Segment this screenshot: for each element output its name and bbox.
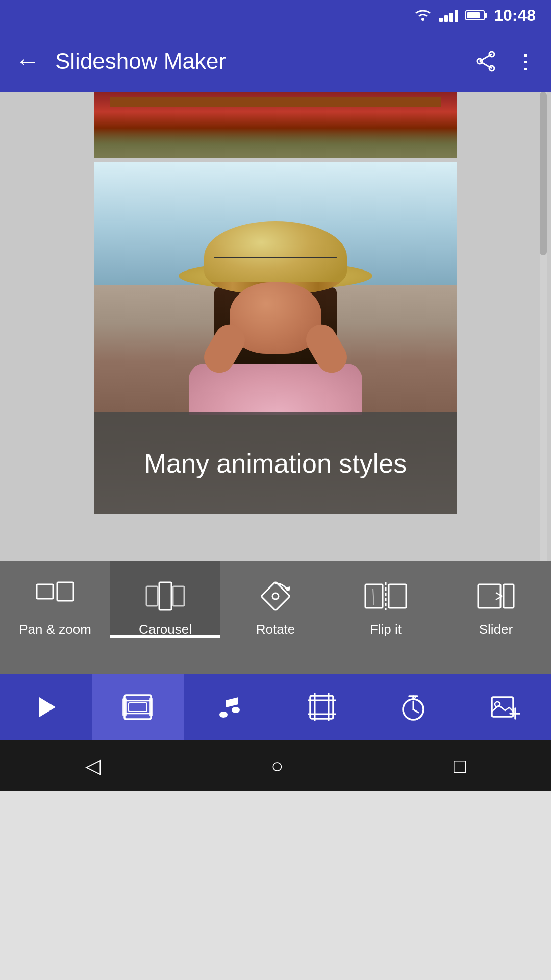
svg-rect-12 [261, 582, 290, 611]
svg-rect-8 [57, 582, 73, 601]
svg-line-5 [480, 54, 492, 61]
svg-point-30 [219, 712, 228, 718]
svg-line-18 [373, 589, 374, 605]
svg-rect-29 [129, 703, 147, 712]
wifi-icon [414, 9, 432, 22]
app-bar: ← Slideshow Maker ⋮ [0, 31, 551, 92]
svg-marker-23 [39, 697, 56, 717]
anim-carousel[interactable]: Carousel [110, 561, 220, 638]
nav-recents-button[interactable]: □ [454, 754, 466, 777]
animation-toolbar: Pan & zoom Carousel Rotate [0, 561, 551, 674]
svg-line-6 [480, 61, 492, 68]
anim-pan-zoom-label: Pan & zoom [17, 622, 93, 638]
svg-rect-20 [504, 584, 514, 608]
top-image [94, 92, 457, 158]
frames-button[interactable] [92, 674, 184, 740]
app-title: Slideshow Maker [55, 48, 459, 74]
trim-button[interactable] [276, 674, 367, 740]
battery-icon [465, 10, 485, 20]
add-photo-button[interactable] [459, 674, 551, 740]
main-image: Many animation styles [94, 162, 457, 514]
anim-carousel-label: Carousel [137, 622, 194, 638]
status-bar: 10:48 [0, 0, 551, 31]
anim-slider[interactable]: Slider [441, 561, 551, 638]
signal-icon [439, 9, 458, 22]
share-icon[interactable] [474, 50, 497, 72]
bottom-toolbar [0, 674, 551, 740]
music-button[interactable] [184, 674, 276, 740]
svg-rect-7 [37, 584, 53, 599]
svg-rect-10 [159, 582, 171, 610]
play-button[interactable] [0, 674, 92, 740]
status-time: 10:48 [494, 6, 536, 25]
svg-point-31 [232, 707, 240, 713]
anim-flip-it[interactable]: Flip it [331, 561, 441, 638]
scrollbar[interactable] [540, 92, 547, 561]
svg-rect-19 [478, 584, 500, 608]
anim-rotate-label: Rotate [254, 622, 297, 638]
overlay-bar: Many animation styles [94, 412, 457, 514]
anim-flip-it-label: Flip it [368, 622, 404, 638]
svg-point-1 [421, 18, 424, 21]
svg-rect-17 [389, 584, 406, 608]
svg-rect-32 [310, 696, 333, 719]
anim-rotate[interactable]: Rotate [220, 561, 331, 638]
more-options-button[interactable]: ⋮ [515, 50, 536, 73]
svg-line-39 [413, 709, 418, 713]
timer-button[interactable] [367, 674, 459, 740]
svg-point-13 [272, 593, 279, 599]
svg-rect-11 [173, 586, 184, 606]
nav-bar: ◁ ○ □ [0, 740, 551, 791]
back-button[interactable]: ← [15, 49, 40, 74]
anim-pan-zoom[interactable]: Pan & zoom [0, 561, 110, 638]
nav-home-button[interactable]: ○ [271, 754, 283, 777]
nav-back-button[interactable]: ◁ [85, 754, 101, 777]
overlay-text: Many animation styles [144, 448, 407, 479]
content-area: Many animation styles [0, 92, 551, 561]
svg-rect-9 [146, 586, 158, 606]
anim-slider-label: Slider [477, 622, 515, 638]
